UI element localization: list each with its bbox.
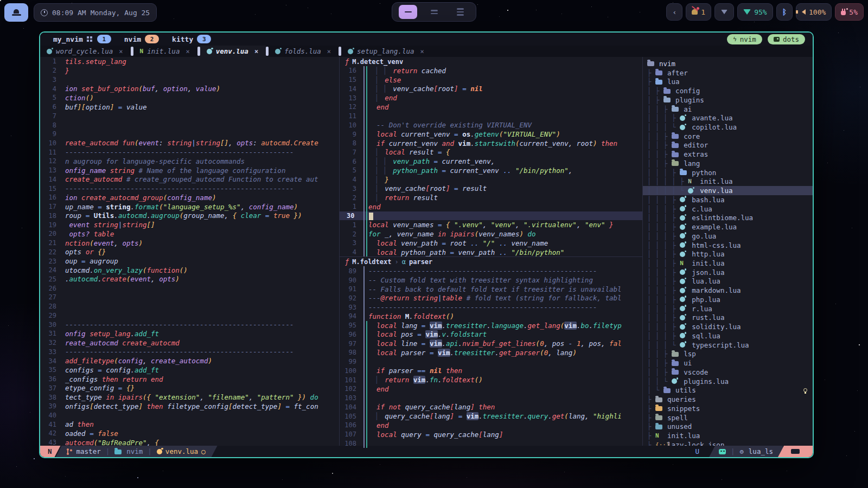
code-line[interactable]: 9	[40, 130, 339, 139]
tree-item-copilot.lua[interactable]: │ │ │ └ copilot.lua	[643, 123, 813, 132]
code-line[interactable]: 90-- Custom fold text with treesitter sy…	[340, 275, 642, 285]
code-line[interactable]: 31onfig setup_lang.add_ft	[40, 329, 339, 338]
code-line[interactable]: 24utocmd.on_very_lazy(function()	[40, 266, 339, 275]
code-line[interactable]: 39onfigs[detect_type] then filetype_conf…	[40, 402, 339, 411]
tree-item-html-css.lua[interactable]: │ │ │ ├ html-css.lua	[643, 241, 813, 250]
battery-widget[interactable]: 5%	[835, 3, 864, 21]
tree-item-c.lua[interactable]: │ │ │ ├ c.lua	[643, 204, 813, 214]
close-buffer-icon[interactable]: ×	[327, 48, 331, 55]
code-line[interactable]: 1local venv_names = { ".venv", "venv", "…	[340, 220, 642, 229]
close-buffer-icon[interactable]: ×	[420, 48, 424, 55]
tree-item-plugins.lua[interactable]: │ │ └ plugins.lua	[643, 377, 813, 386]
code-line[interactable]: 17up_name = string.format("language_setu…	[40, 202, 339, 211]
code-line[interactable]: 92---@return string|table # fold text (s…	[340, 294, 642, 303]
code-line[interactable]: 2}	[40, 66, 339, 75]
tree-item-unused[interactable]: ├ unused	[643, 422, 813, 431]
tree-item-core[interactable]: │ │ ├ core	[643, 132, 813, 141]
tree-item-php.lua[interactable]: │ │ │ ├ php.lua	[643, 295, 813, 304]
code-line[interactable]: 9 local current_venv = os.getenv("VIRTUA…	[340, 130, 642, 139]
notifications-widget[interactable]: 1	[686, 3, 711, 21]
tree-item-json.lua[interactable]: │ │ │ ├ json.lua	[643, 268, 813, 277]
buffer-tab-init.lua[interactable]: Ninit.lua×	[133, 46, 197, 57]
tree-item-ai[interactable]: │ │ ├ ai	[643, 105, 813, 114]
tree-item-extras[interactable]: │ │ ├ extras	[643, 150, 813, 159]
code-line[interactable]: 26	[40, 284, 339, 293]
tree-item-init.lua[interactable]: ├ Ninit.lua	[643, 431, 813, 440]
code-line[interactable]: 33--------------------------------------…	[40, 348, 339, 357]
code-line[interactable]: 28	[40, 302, 339, 311]
code-line[interactable]: 4ion set_buf_option(buf, option, value)	[40, 84, 339, 93]
code-line[interactable]: 8 if current_venv and vim.startswith(cur…	[340, 139, 642, 148]
tree-item-editor[interactable]: │ │ ├ editor	[643, 141, 813, 150]
tree-item-lua.lua[interactable]: │ │ │ ├ lua.lua	[643, 277, 813, 286]
code-line[interactable]: 93--------------------------------------…	[340, 303, 642, 312]
tree-item-http.lua[interactable]: │ │ │ ├ http.lua	[643, 249, 813, 259]
code-line[interactable]: 105 ▏ query_cache[lang] = vim.treesitter…	[340, 412, 642, 421]
code-line[interactable]: 100 if parser == nil then	[340, 367, 642, 376]
code-line[interactable]: 42oaded = false	[40, 429, 339, 438]
tree-item-eslintbiome.lua[interactable]: │ │ │ ├ eslintbiome.lua	[643, 213, 813, 222]
code-line[interactable]: 14create_autocmd # create_grouped_autocm…	[40, 175, 339, 184]
tree-item-vscode[interactable]: │ │ ├ vscode	[643, 368, 813, 377]
tree-item-venv.lua[interactable]: │ │ │ │ └ venv.lua	[643, 186, 813, 195]
network-widget[interactable]: 95%	[737, 3, 773, 21]
code-line[interactable]: 11	[340, 112, 642, 121]
code-line[interactable]: 10reate_autocmd fun(event: string|string…	[40, 139, 339, 148]
code-line[interactable]: 6buf][option] = value	[40, 102, 339, 112]
code-line[interactable]: 19 event string|string[]	[40, 220, 339, 229]
code-line[interactable]: 5ction()	[40, 93, 339, 102]
code-line[interactable]: 35configs = config.add_ft	[40, 365, 339, 375]
tree-item-plugins[interactable]: │ ├ plugins	[643, 95, 813, 105]
tree-item-sql.lua[interactable]: │ │ │ ├ sql.lua	[643, 331, 813, 341]
code-line[interactable]: 99	[340, 357, 642, 367]
code-line[interactable]: 2 ▏ return result	[340, 193, 642, 202]
buffer-tab-folds.lua[interactable]: folds.lua×	[269, 46, 339, 57]
code-line[interactable]: 98 local parser = vim.treesitter.get_par…	[340, 348, 642, 357]
code-line[interactable]: 7	[40, 111, 339, 120]
workspace-indicator-2[interactable]	[425, 5, 443, 19]
code-line[interactable]: 7 ▏ local result = {	[340, 148, 642, 157]
code-line[interactable]: 106 end	[340, 421, 642, 430]
tree-item-after[interactable]: ├ after	[643, 68, 813, 78]
tree-item-go.lua[interactable]: │ │ │ ├ go.lua	[643, 232, 813, 241]
buffer-tab-setup_lang.lua[interactable]: setup_lang.lua×	[341, 46, 432, 57]
tree-item-bash.lua[interactable]: │ │ │ ├ bash.lua	[643, 195, 813, 204]
code-line[interactable]: 36_configs then return end	[40, 375, 339, 384]
tree-item-config[interactable]: │ ├ config	[643, 86, 813, 95]
tree-item-r.lua[interactable]: │ │ │ ├ r.lua	[643, 304, 813, 313]
code-line[interactable]: 3 ▏ venv_cache[root] = result	[340, 184, 642, 194]
tree-item-avante.lua[interactable]: │ │ │ ├ avante.lua	[643, 113, 813, 123]
code-line[interactable]: 1end	[340, 202, 642, 211]
close-buffer-icon[interactable]: ×	[119, 48, 123, 55]
workspace-indicator-1[interactable]	[399, 5, 417, 19]
code-line[interactable]: 107 local query = query_cache[lang]	[340, 430, 642, 439]
launcher-button[interactable]	[4, 3, 28, 22]
code-line[interactable]: 10 -- Don't override existing VIRTUAL_EN…	[340, 120, 642, 130]
collapse-tray-button[interactable]: ‹	[666, 3, 682, 21]
tree-item-ui[interactable]: │ │ ├ ui	[643, 358, 813, 368]
tree-item-lsp[interactable]: │ │ ├ lsp	[643, 350, 813, 359]
code-line[interactable]: 34add_filetype(config, create_autocmd)	[40, 356, 339, 365]
code-line[interactable]: 103	[340, 394, 642, 403]
tree-item-lazy-lock.json[interactable]: ├ {··}lazy-lock.json	[643, 440, 813, 446]
tree-item-queries[interactable]: ├ queries	[643, 395, 813, 404]
code-line[interactable]: 1tils.setup_lang	[40, 57, 339, 66]
tree-item-init.lua[interactable]: │ │ │ │ ├ Ninit.lua	[643, 177, 813, 187]
code-line[interactable]: 3	[40, 75, 339, 84]
code-line[interactable]: 89--------------------------------------…	[340, 266, 642, 275]
code-line[interactable]: 101 ▏ return vim.fn.foldtext()	[340, 375, 642, 384]
clock-widget[interactable]: 08:09 AM Monday, Aug 25	[34, 3, 157, 22]
code-line[interactable]: 43autocmd("BufReadPre", {	[40, 438, 339, 446]
close-buffer-icon[interactable]: ×	[254, 48, 258, 55]
kitty-tab-my_nvim[interactable]: my_nvim1	[48, 35, 117, 43]
tree-item-typescript.lua[interactable]: │ │ │ └ typescript.lua	[643, 341, 813, 350]
tree-item-nvim[interactable]: nvim	[643, 59, 813, 68]
code-line[interactable]: 21nction(event, opts)	[40, 239, 339, 248]
wifi-widget[interactable]	[714, 3, 734, 21]
code-line[interactable]: 5 ▏ ▏ python_path = current_venv .. "/bi…	[340, 166, 642, 175]
bluetooth-widget[interactable]: ᛒ	[776, 3, 793, 21]
code-line[interactable]: 6 ▏ ▏ venv_path = current_venv,	[340, 157, 642, 166]
tree-item-lang[interactable]: │ │ ├ lang	[643, 159, 813, 168]
volume-widget[interactable]: 100%	[796, 3, 832, 21]
code-line[interactable]: 2for _, venv_name in ipairs(venv_names) …	[340, 229, 642, 239]
